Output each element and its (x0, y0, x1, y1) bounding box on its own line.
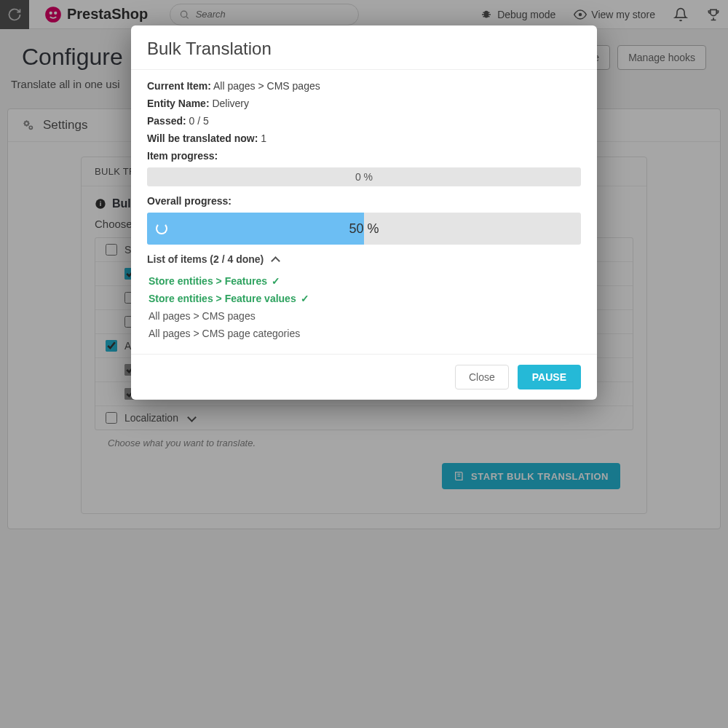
chevron-up-icon (269, 253, 279, 265)
will-translate-value: 1 (261, 132, 266, 144)
current-item-value: All pages > CMS pages (213, 80, 320, 92)
pause-button[interactable]: PAUSE (518, 365, 581, 389)
bulk-translation-modal: Bulk Translation Current Item: All pages… (131, 25, 597, 400)
check-icon: ✓ (301, 293, 309, 304)
list-toggle-label: List of items (2 / 4 done) (147, 253, 264, 265)
spinner-icon (156, 223, 167, 234)
passed-label: Passed: (147, 115, 186, 127)
current-item-line: Current Item: All pages > CMS pages (147, 80, 581, 92)
modal-title: Bulk Translation (147, 39, 581, 59)
entity-name-value: Delivery (212, 98, 249, 109)
list-toggle[interactable]: List of items (2 / 4 done) (147, 253, 581, 265)
will-translate-line: Will be translated now: 1 (147, 132, 581, 144)
will-translate-label: Will be translated now: (147, 132, 258, 144)
item-progress-label: Item progress: (147, 150, 218, 162)
list-item: All pages > CMS pages (147, 307, 581, 325)
list-item: Store entities > Feature values✓ (147, 290, 581, 307)
overall-progress-text: 50 % (349, 221, 379, 237)
entity-name-line: Entity Name: Delivery (147, 98, 581, 109)
overall-progress-bar: 50 % (147, 213, 581, 245)
passed-line: Passed: 0 / 5 (147, 115, 581, 127)
item-progress-text: 0 % (355, 171, 373, 183)
entity-name-label: Entity Name: (147, 98, 210, 109)
current-item-label: Current Item: (147, 80, 211, 92)
list-item: Store entities > Features✓ (147, 272, 581, 290)
overall-progress-label: Overall progress: (147, 195, 232, 207)
items-list: Store entities > Features✓Store entities… (147, 271, 581, 349)
item-progress-bar: 0 % (147, 167, 581, 186)
list-item: All pages > CMS page categories (147, 325, 581, 342)
modal-overlay[interactable]: Bulk Translation Current Item: All pages… (0, 0, 728, 728)
passed-value: 0 / 5 (189, 115, 209, 127)
check-icon: ✓ (272, 275, 280, 287)
close-button[interactable]: Close (455, 365, 509, 389)
